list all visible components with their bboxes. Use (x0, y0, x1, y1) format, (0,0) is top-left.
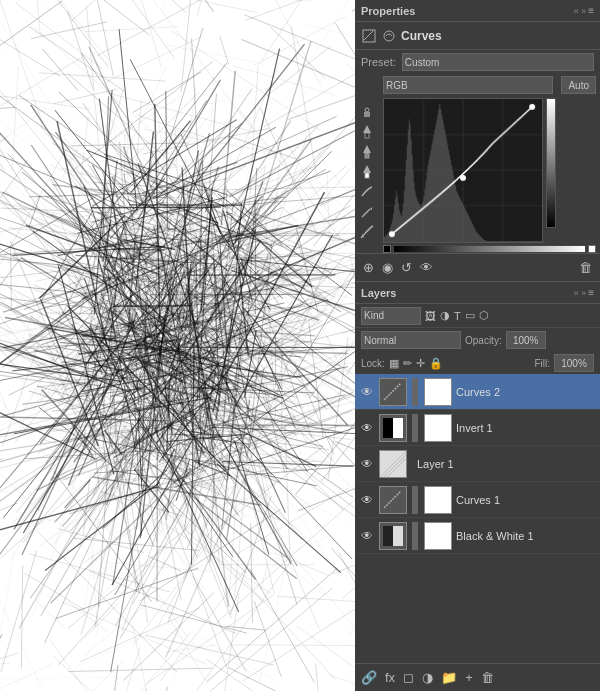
preset-select[interactable]: Custom Default Strong Contrast Linear Co… (402, 53, 594, 71)
curves-graph[interactable] (383, 98, 543, 243)
svg-rect-19 (393, 418, 403, 438)
layer-row[interactable]: 👁 Layer 1 (355, 446, 600, 482)
add-adjustment-icon[interactable]: ◑ (422, 670, 433, 685)
delete-icon[interactable]: 🗑 (579, 260, 592, 275)
eyedropper-black-tool[interactable] (359, 124, 375, 140)
preset-row: Preset: Custom Default Strong Contrast L… (355, 50, 600, 74)
preset-label: Preset: (361, 56, 396, 68)
layers-header: Layers « » ≡ (355, 282, 600, 304)
layer-row[interactable]: 👁 Curves 2 (355, 374, 600, 410)
collapse-icon[interactable]: « » (574, 6, 587, 16)
layer-row[interactable]: 👁 Curves 1 (355, 482, 600, 518)
properties-header-left: Properties (361, 5, 415, 17)
layers-header-right: « » ≡ (574, 287, 594, 298)
lock-move-icon[interactable]: ✛ (416, 357, 425, 370)
svg-point-3 (365, 108, 369, 112)
layer-mask-thumbnail (424, 522, 452, 550)
kind-adjustment-icon[interactable]: ◑ (440, 309, 450, 322)
undo-icon[interactable]: ↺ (401, 260, 412, 275)
curves-icon-1 (361, 28, 377, 44)
layer-thumbnail-curves2 (379, 378, 407, 406)
channel-select[interactable]: RGB Red Green Blue (383, 76, 553, 94)
clip-to-layer-icon[interactable]: ⊕ (363, 260, 374, 275)
fill-label: Fill: (534, 358, 550, 369)
layer-visibility-toggle[interactable]: 👁 (359, 528, 375, 544)
add-style-icon[interactable]: fx (385, 670, 395, 685)
horizontal-gradient-bar (393, 245, 586, 253)
layer-mask-thumbnail (424, 378, 452, 406)
layer-row[interactable]: 👁 Invert 1 (355, 410, 600, 446)
layer-visibility-toggle[interactable]: 👁 (359, 492, 375, 508)
properties-title: Properties (361, 5, 415, 17)
layers-title: Layers (361, 287, 396, 299)
kind-select[interactable]: Kind (361, 307, 421, 325)
layer-visibility-toggle[interactable]: 👁 (359, 384, 375, 400)
blend-mode-select[interactable]: Normal Dissolve Multiply Screen Overlay (361, 331, 461, 349)
lock-all-icon[interactable]: 🔒 (429, 357, 443, 370)
curves-main-area: A RGB Red Green Blue Auto (355, 74, 600, 253)
layer-visibility-toggle[interactable]: 👁 (359, 420, 375, 436)
layer-name: Layer 1 (417, 458, 596, 470)
eyedropper-white-tool[interactable] (359, 164, 375, 180)
layer-link-icon (412, 378, 418, 406)
layer-thumbnail-invert1 (379, 414, 407, 442)
layer-row[interactable]: 👁 Black & White 1 (355, 518, 600, 554)
svg-rect-28 (393, 526, 403, 546)
pencil-tool[interactable] (359, 204, 375, 220)
svg-rect-0 (363, 30, 375, 42)
kind-smartobj-icon[interactable]: ⬡ (479, 309, 489, 322)
layers-panel: Layers « » ≡ Kind 🖼 ◑ T ▭ ⬡ Normal Dis (355, 282, 600, 691)
opacity-label: Opacity: (465, 335, 502, 346)
vertical-gradient-bar (546, 98, 556, 228)
curves-icon-2 (381, 28, 397, 44)
layer-visibility-toggle[interactable]: 👁 (359, 456, 375, 472)
svg-marker-10 (363, 145, 371, 153)
eye-icon[interactable]: 👁 (420, 260, 433, 275)
kind-pixel-icon[interactable]: 🖼 (425, 310, 436, 322)
layer-name: Black & White 1 (456, 530, 596, 542)
svg-rect-7 (365, 133, 369, 138)
lock-transparent-icon[interactable]: ▦ (389, 357, 399, 370)
black-point-control[interactable] (383, 245, 391, 253)
lock-icons: ▦ ✏ ✛ 🔒 (389, 357, 443, 370)
lock-paint-icon[interactable]: ✏ (403, 357, 412, 370)
opacity-input[interactable] (506, 331, 546, 349)
layer-name: Invert 1 (456, 422, 596, 434)
curves-canvas (384, 99, 542, 242)
add-group-icon[interactable]: 📁 (441, 670, 457, 685)
curves-label: Curves (401, 29, 442, 43)
menu-icon[interactable]: ≡ (588, 5, 594, 16)
add-mask-icon[interactable]: ◻ (403, 670, 414, 685)
layer-link-icon (412, 522, 418, 550)
auto-button[interactable]: Auto (561, 76, 596, 94)
smooth-tool[interactable]: A (359, 224, 375, 240)
layers-menu-icon[interactable]: ≡ (588, 287, 594, 298)
fill-input[interactable] (554, 354, 594, 372)
layer-mask-thumbnail (424, 414, 452, 442)
svg-point-2 (384, 31, 394, 41)
curves-tools-col: A (359, 76, 381, 253)
properties-actions: ⊕ ◉ ↺ 👁 🗑 (355, 253, 600, 281)
layer-link-icon (412, 414, 418, 442)
layer-name: Curves 2 (456, 386, 596, 398)
properties-header: Properties « » ≡ (355, 0, 600, 22)
kind-type-icon[interactable]: T (454, 310, 461, 322)
svg-marker-12 (363, 165, 371, 173)
curves-toolbar: Curves (355, 22, 600, 50)
delete-layer-icon[interactable]: 🗑 (481, 670, 494, 685)
svg-rect-18 (383, 418, 393, 438)
horizontal-bar-row (383, 245, 596, 253)
channel-row: RGB Red Green Blue Auto (383, 76, 596, 98)
visibility-icon[interactable]: ◉ (382, 260, 393, 275)
lock-row: Lock: ▦ ✏ ✛ 🔒 Fill: (355, 352, 600, 374)
right-panel: Properties « » ≡ Curves (355, 0, 600, 691)
layers-collapse-icon[interactable]: « » (574, 288, 587, 298)
curves-line-tool[interactable] (359, 184, 375, 200)
kind-shape-icon[interactable]: ▭ (465, 309, 475, 322)
hand-tool[interactable] (359, 104, 375, 120)
add-layer-icon[interactable]: + (465, 670, 473, 685)
eyedropper-gray-tool[interactable] (359, 144, 375, 160)
link-layers-icon[interactable]: 🔗 (361, 670, 377, 685)
white-point-control[interactable] (588, 245, 596, 253)
svg-rect-27 (383, 526, 393, 546)
